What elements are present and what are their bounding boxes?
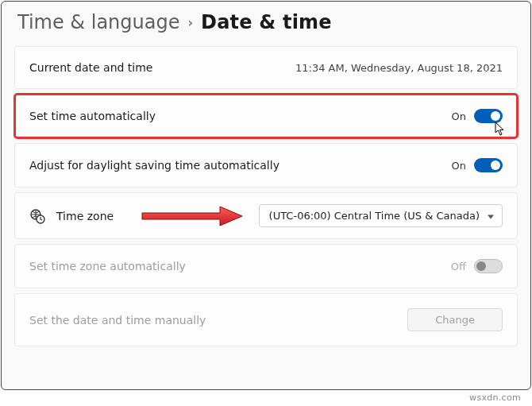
- current-datetime-label: Current date and time: [29, 61, 152, 74]
- row-set-manually: Set the date and time manually Change: [14, 293, 518, 346]
- row-time-zone: Time zone (UTC-06:00) Central Time (US &…: [14, 192, 518, 239]
- set-tz-auto-toggle[interactable]: [474, 259, 503, 273]
- row-set-tz-automatically: Set time zone automatically Off: [14, 244, 518, 288]
- change-button[interactable]: Change: [407, 308, 503, 331]
- breadcrumb: Time & language › Date & time: [14, 11, 518, 33]
- watermark: wsxdn.com: [469, 392, 521, 403]
- cursor-icon: [495, 122, 506, 136]
- breadcrumb-current: Date & time: [201, 11, 332, 33]
- dst-label: Adjust for daylight saving time automati…: [29, 159, 279, 172]
- row-dst-automatically: Adjust for daylight saving time automati…: [14, 143, 518, 188]
- set-time-auto-label: Set time automatically: [29, 110, 156, 122]
- dst-toggle[interactable]: [474, 158, 503, 172]
- set-manually-label: Set the date and time manually: [29, 314, 206, 327]
- current-datetime-value: 11:34 AM, Wednesday, August 18, 2021: [295, 62, 503, 74]
- row-current-datetime: Current date and time 11:34 AM, Wednesda…: [14, 46, 518, 89]
- time-zone-label: Time zone: [56, 210, 114, 222]
- set-tz-auto-label: Set time zone automatically: [29, 260, 186, 273]
- set-time-auto-state: On: [452, 110, 466, 122]
- time-zone-dropdown[interactable]: (UTC-06:00) Central Time (US & Canada): [259, 204, 503, 227]
- dst-state: On: [452, 160, 466, 172]
- arrow-annotation-icon: [141, 204, 244, 228]
- row-set-time-automatically: Set time automatically On: [14, 94, 518, 138]
- chevron-right-icon: ›: [187, 15, 193, 30]
- breadcrumb-parent[interactable]: Time & language: [17, 11, 179, 33]
- time-zone-selected: (UTC-06:00) Central Time (US & Canada): [269, 210, 480, 222]
- settings-window: Time & language › Date & time Current da…: [1, 1, 531, 390]
- set-tz-auto-state: Off: [451, 261, 466, 273]
- globe-clock-icon: [29, 208, 45, 224]
